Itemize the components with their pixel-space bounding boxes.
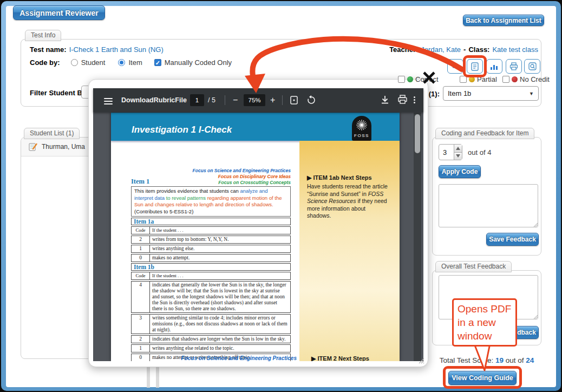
code-value: 3 (439, 145, 454, 160)
correct-dot-icon (407, 76, 413, 82)
arrow-bullet-icon: ▶ (311, 355, 318, 361)
apply-code-button[interactable]: Apply Code (439, 165, 481, 178)
modal-resize-grip[interactable] (417, 356, 427, 365)
pdf-sidebar: ▶ ITEM 1ab Next Steps Have students rere… (299, 141, 400, 361)
magnifier-icon (528, 62, 537, 70)
rubric-button-highlight (463, 55, 487, 77)
sidebar-item2-heading: ▶ ITEM 2 Next Steps (311, 355, 369, 361)
preview-button[interactable] (524, 59, 540, 74)
item1-description: This item provides evidence that student… (131, 186, 291, 217)
page-title: Assignment Reviewer (13, 5, 105, 20)
manually-coded-checkbox[interactable]: ✓ (154, 59, 161, 66)
test-name-label: Test name: (30, 45, 67, 54)
background-divider (147, 366, 150, 388)
correct-checkbox[interactable] (398, 76, 405, 83)
teacher-class-separator: - (463, 45, 466, 54)
arrow-bullet-icon: ▶ (307, 174, 313, 181)
total-score-max: 24 (526, 356, 534, 364)
textarea-resize-grip-2[interactable] (533, 314, 538, 319)
print-toolbar-icon[interactable] (397, 95, 408, 104)
pdf-scrollbar-thumb[interactable] (415, 114, 420, 153)
back-to-assignment-list-button[interactable]: Back to Assignment List (463, 15, 544, 26)
sidebar-next-steps-heading: ▶ ITEM 1ab Next Steps (307, 174, 392, 181)
class-label: Class: (468, 45, 489, 54)
pdf-file-title: DownloadRubricFile (121, 96, 187, 104)
student-name: Thurman, Uma (42, 143, 85, 151)
item-select-value: Item 1b (448, 89, 471, 97)
toolbar-separator (225, 95, 225, 105)
foss-logo: FOSS (352, 116, 371, 141)
assignment-reviewer-screen: Assignment Reviewer Back to Assignment L… (0, 0, 562, 392)
class-value: Kate test class (492, 45, 538, 54)
bar-chart-icon (490, 63, 499, 70)
callout-line: window (458, 329, 512, 343)
toolbar-separator (282, 95, 283, 105)
textarea-resize-grip[interactable] (533, 222, 538, 227)
download-icon[interactable] (380, 95, 390, 105)
chevron-down-icon: ▼ (529, 91, 534, 96)
menu-icon[interactable] (104, 96, 113, 106)
edit-student-icon (29, 142, 37, 151)
save-item-feedback-button[interactable]: Save Feedback (486, 233, 539, 246)
test-info-tab: Test Info (25, 30, 61, 41)
teacher-value: Jordan, Kate (421, 45, 461, 54)
transfer-icon: ⇆ (453, 62, 459, 70)
pdf-toolbar: DownloadRubricFile 1 / 5 − 75% + (93, 88, 423, 112)
kebab-menu-icon[interactable] (414, 95, 415, 104)
foss-logo-text: FOSS (352, 133, 371, 138)
foss-sunburst-icon (355, 118, 369, 132)
item-feedback-textarea[interactable] (439, 184, 538, 227)
pdf-viewer-area: Investigation 1 I-Check FOSS (93, 88, 423, 361)
test-name-value: I-Check 1 Earth and Sun (NG) (69, 45, 164, 54)
coding-feedback-tab: Coding and Feedback for Item (435, 128, 534, 139)
zoom-level[interactable]: 75% (244, 94, 265, 106)
transfer-button[interactable]: ⇆ (447, 59, 463, 74)
close-icon[interactable] (421, 70, 437, 86)
focus-lines: Focus on Science and Engineering Practic… (131, 168, 291, 186)
teacher-label: Teacher: (389, 45, 418, 54)
sidebar-next-steps-body: Have students reread the article “Sunris… (307, 183, 389, 220)
code-by-student-radio[interactable] (71, 59, 78, 66)
no-credit-dot-icon (512, 76, 518, 82)
rotate-icon[interactable] (306, 95, 316, 105)
code-by-item-label: Item (128, 58, 142, 67)
pdf-page: Investigation 1 I-Check FOSS (111, 113, 400, 361)
code-spinner[interactable]: 3 (439, 144, 462, 160)
footer-focus-line: Focus on Science and Engineering Practic… (131, 355, 297, 361)
zoom-out-button[interactable]: − (233, 95, 238, 105)
total-score-label: Total Test Score: (440, 356, 494, 364)
fit-page-icon[interactable] (289, 95, 299, 105)
view-guide-highlight (443, 366, 522, 389)
no-credit-label: No Credit (520, 75, 550, 83)
code-by-label: Code by: (30, 58, 60, 67)
zoom-in-button[interactable]: + (270, 95, 275, 105)
item1-heading: Item 1 (131, 178, 149, 186)
background-divider (156, 366, 159, 388)
callout-line: in a new (458, 316, 512, 329)
code-by-student-label: Student (81, 58, 106, 67)
page-count: / 5 (208, 96, 215, 104)
overall-feedback-tab: Overall Test Feedback (435, 261, 512, 272)
print-button[interactable] (506, 59, 522, 74)
spinner-down-button[interactable] (454, 152, 462, 160)
callout-line: Opens PDF (458, 302, 512, 316)
pdf-scrollbar-track[interactable] (414, 113, 421, 361)
rubric-flow: This item provides evidence that student… (131, 186, 291, 361)
report-chart-button[interactable] (486, 59, 502, 74)
callout-bubble: Opens PDF in a new window (452, 298, 517, 347)
total-score-outof: out of (506, 356, 524, 364)
no-credit-checkbox[interactable] (502, 76, 509, 83)
item1b-rubric-table: Item 1bCodeIf the student . . .4indicate… (131, 263, 291, 361)
item1a-rubric-table: Item 1aCodeIf the student . . .2writes f… (131, 218, 291, 262)
page-number-input[interactable]: 1 (190, 94, 204, 106)
printer-icon (509, 62, 518, 70)
code-by-item-radio[interactable] (118, 59, 125, 66)
filter-student-label: Filter Student By: (30, 89, 88, 97)
student-list-tab: Student List (1) (24, 128, 80, 139)
spinner-up-button[interactable] (454, 145, 462, 152)
total-score-value: 19 (495, 356, 504, 364)
manually-coded-label: Manually Coded Only (165, 58, 232, 67)
item-select[interactable]: Item 1b ▼ (443, 86, 539, 101)
out-of-label: out of 4 (468, 148, 491, 156)
